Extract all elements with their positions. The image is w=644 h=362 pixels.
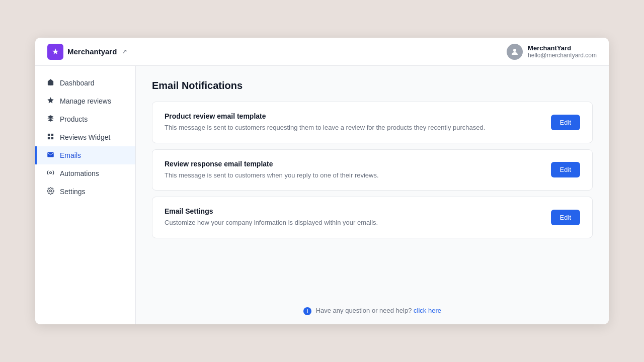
products-icon (46, 115, 55, 124)
header-username: MerchantYard (528, 44, 571, 52)
brand-name: Merchantyard (67, 47, 117, 56)
automations-icon (46, 169, 55, 178)
sidebar-label-settings: Settings (60, 188, 86, 196)
svg-rect-4 (51, 137, 53, 139)
sidebar: DashboardManage reviewsProductsReviews W… (35, 66, 136, 324)
svg-rect-3 (47, 137, 49, 139)
dashboard-icon (46, 78, 55, 87)
avatar (507, 44, 523, 60)
help-link[interactable]: click here (414, 307, 441, 314)
edit-button-review-response-email[interactable]: Edit (551, 162, 580, 177)
settings-icon (46, 187, 55, 196)
sidebar-label-reviews-widget: Reviews Widget (60, 133, 110, 141)
sidebar-item-automations[interactable]: Automations (35, 164, 135, 183)
header-right: MerchantYard hello@merchantyard.com (507, 44, 597, 60)
card-email-settings: Email SettingsCustomize how your company… (152, 197, 593, 238)
cards-container: Product review email templateThis messag… (152, 102, 593, 238)
body: DashboardManage reviewsProductsReviews W… (35, 66, 609, 324)
card-text-review-response-email: Review response email templateThis messa… (165, 160, 541, 180)
svg-point-0 (513, 49, 516, 52)
header-left: ★ Merchantyard ↗ (47, 44, 127, 60)
sidebar-label-emails: Emails (60, 151, 81, 159)
sidebar-item-emails[interactable]: Emails (35, 146, 135, 164)
sidebar-item-products[interactable]: Products (35, 110, 135, 128)
card-description-email-settings: Customize how your company information i… (165, 218, 541, 228)
svg-point-5 (49, 172, 51, 174)
header-email: hello@merchantyard.com (528, 52, 597, 59)
card-product-review-email: Product review email templateThis messag… (152, 102, 593, 143)
card-text-email-settings: Email SettingsCustomize how your company… (165, 207, 541, 228)
header-user-info: MerchantYard hello@merchantyard.com (528, 44, 597, 59)
card-title-email-settings: Email Settings (165, 207, 541, 215)
svg-rect-2 (51, 134, 53, 136)
manage-reviews-icon (46, 97, 55, 106)
logo-icon: ★ (47, 44, 63, 60)
app-window: ★ Merchantyard ↗ MerchantYard hello@merc… (35, 38, 609, 324)
card-description-review-response-email: This message is sent to customers when y… (165, 170, 541, 180)
svg-point-6 (49, 190, 51, 192)
card-title-review-response-email: Review response email template (165, 160, 541, 168)
sidebar-label-dashboard: Dashboard (60, 79, 95, 87)
info-icon: i (303, 307, 311, 315)
sidebar-item-manage-reviews[interactable]: Manage reviews (35, 92, 135, 110)
footer-help: i Have any question or need help? click … (136, 307, 609, 315)
edit-button-product-review-email[interactable]: Edit (551, 115, 580, 130)
main-content: Email Notifications Product review email… (136, 66, 609, 324)
sidebar-item-reviews-widget[interactable]: Reviews Widget (35, 128, 135, 146)
sidebar-item-dashboard[interactable]: Dashboard (35, 74, 135, 92)
page-title: Email Notifications (152, 80, 593, 92)
card-title-product-review-email: Product review email template (165, 112, 541, 120)
help-text: Have any question or need help? (316, 307, 412, 314)
sidebar-label-manage-reviews: Manage reviews (60, 97, 111, 105)
card-text-product-review-email: Product review email templateThis messag… (165, 112, 541, 133)
emails-icon (46, 151, 55, 160)
svg-rect-1 (47, 134, 49, 136)
reviews-widget-icon (46, 133, 55, 142)
external-link-icon[interactable]: ↗ (122, 48, 127, 55)
sidebar-label-products: Products (60, 115, 88, 123)
edit-button-email-settings[interactable]: Edit (551, 210, 580, 225)
sidebar-item-settings[interactable]: Settings (35, 183, 135, 201)
card-review-response-email: Review response email templateThis messa… (152, 149, 593, 191)
header: ★ Merchantyard ↗ MerchantYard hello@merc… (35, 38, 609, 66)
card-description-product-review-email: This message is sent to customers reques… (165, 123, 541, 133)
sidebar-label-automations: Automations (60, 169, 99, 177)
